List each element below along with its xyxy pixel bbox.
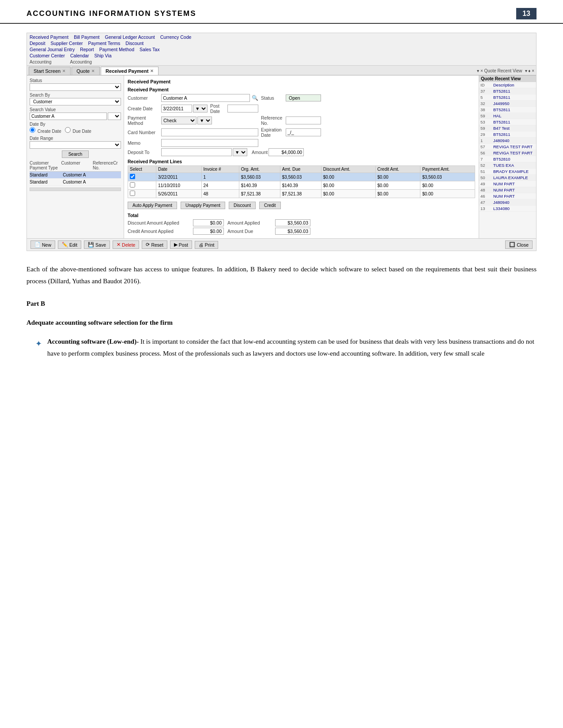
payment-method-dropdown[interactable]: ▼: [197, 116, 212, 124]
tab-start-screen[interactable]: Start Screen ✕: [29, 67, 71, 75]
menu-payment-terms[interactable]: Payment Terms: [88, 40, 121, 46]
tab-quote[interactable]: Quote ✕: [72, 67, 100, 75]
search-by-select[interactable]: Customer: [30, 98, 121, 105]
deposit-to-input[interactable]: [161, 148, 232, 156]
menu-deposit[interactable]: Deposit: [30, 40, 45, 46]
status-label: Status: [30, 78, 121, 83]
lines-title: Received Payment Lines: [128, 159, 475, 164]
due-date-option[interactable]: Due Date: [65, 127, 91, 134]
reset-button[interactable]: ⟳ Reset: [142, 240, 167, 249]
recent-item-57[interactable]: 57 REVIGA TEST PART: [479, 144, 536, 150]
row1-checkbox[interactable]: [130, 174, 135, 179]
menu-payment-method[interactable]: Payment Method: [99, 46, 134, 53]
recent-item-32[interactable]: 32 J449950: [479, 101, 536, 107]
recent-item-1[interactable]: 1 J480940: [479, 138, 536, 144]
recent-item-59-hal[interactable]: 59 HAL: [479, 113, 536, 119]
save-button[interactable]: 💾 Save: [84, 240, 110, 249]
post-date-input[interactable]: [227, 105, 258, 113]
payment-method-label: Payment Method: [128, 115, 159, 126]
recent-item-59-b47[interactable]: 59 B47 Test: [479, 125, 536, 131]
tab-bar: Start Screen ✕ Quote ✕ Received Payment …: [27, 66, 536, 75]
tab-close-received[interactable]: ✕: [150, 69, 154, 73]
recent-item-47[interactable]: 47 J480940: [479, 199, 536, 206]
create-date-option[interactable]: Create Date: [30, 127, 61, 134]
menu-gl-account[interactable]: General Ledger Account: [105, 34, 155, 40]
create-date-select[interactable]: ▼: [193, 105, 208, 113]
edit-button[interactable]: ✏️ Edit: [58, 240, 81, 249]
row3-payment: $0.00: [420, 190, 475, 198]
row2-checkbox[interactable]: [130, 182, 135, 188]
auto-apply-button[interactable]: Auto Apply Payment: [128, 202, 177, 209]
menu-currency-code[interactable]: Currency Code: [160, 34, 192, 40]
discount-applied-value: $0.00: [193, 219, 224, 226]
reference-input[interactable]: [286, 116, 321, 124]
tab-bar-right: ▾ × Quote Recent View ▾ ♦ ×: [477, 68, 534, 73]
recent-item-7[interactable]: 7 BT52810: [479, 156, 536, 162]
create-date-input[interactable]: [161, 105, 192, 113]
search-button[interactable]: Search: [62, 150, 89, 158]
recent-item-29[interactable]: 29 BT52811: [479, 131, 536, 138]
recent-item-5[interactable]: 5 BT52811: [479, 94, 536, 101]
print-button[interactable]: 🖨 Print: [195, 241, 219, 249]
tab-close-quote[interactable]: ✕: [91, 69, 95, 73]
menu-report[interactable]: Report: [80, 46, 94, 53]
recent-item-38[interactable]: 38 BT52811: [479, 107, 536, 113]
search-icon[interactable]: 🔍: [252, 95, 258, 101]
amount-due-value: $3,560.03: [275, 228, 310, 235]
payment-method-select[interactable]: Check: [161, 116, 196, 124]
menu-customer-center[interactable]: Customer Center: [30, 53, 65, 59]
memo-label: Memo: [128, 140, 159, 146]
customer-input[interactable]: [161, 94, 250, 102]
card-number-input[interactable]: [161, 128, 258, 136]
discount-button[interactable]: Discount: [229, 202, 256, 209]
horizontal-scrollbar[interactable]: [30, 188, 121, 191]
menu-general-journal[interactable]: General Journal Entry: [30, 46, 75, 53]
recent-item-48[interactable]: 48 NUM PART: [479, 187, 536, 193]
row2-amt-due: $140.39: [280, 181, 321, 190]
recent-item-50[interactable]: 50 LAURA EXAMPLE: [479, 175, 536, 181]
date-by-label: Date By: [30, 122, 121, 127]
body-text: Each of the above-mentioned software has…: [26, 263, 537, 360]
menu-ship-via[interactable]: Ship Via: [94, 53, 112, 59]
memo-input[interactable]: [161, 139, 258, 147]
tab-received-payment[interactable]: Received Payment ✕: [101, 67, 159, 75]
new-button[interactable]: 📄 New: [30, 240, 55, 249]
row3-checkbox[interactable]: [130, 191, 135, 196]
result-row-1[interactable]: Standard Customer A: [30, 172, 121, 179]
credit-button[interactable]: Credit: [259, 202, 281, 209]
menu-bill-payment[interactable]: Bill Payment: [74, 34, 99, 40]
recent-item-53[interactable]: 53 BT52811: [479, 119, 536, 125]
post-button[interactable]: ▶ Post: [170, 240, 192, 249]
menu-discount[interactable]: Discount: [125, 40, 144, 46]
paragraph-1: Each of the above-mentioned software has…: [26, 263, 537, 287]
recent-item-37[interactable]: 37 BT52811: [479, 88, 536, 94]
status-select[interactable]: [30, 83, 121, 91]
recent-item-13[interactable]: 13 L334080: [479, 206, 536, 212]
amount-input[interactable]: [268, 148, 304, 156]
close-button[interactable]: 🔲 Close: [505, 240, 533, 249]
menu-sales-tax[interactable]: Sales Tax: [140, 46, 159, 53]
tab-close-start[interactable]: ✕: [62, 69, 66, 73]
menu-supplier-center[interactable]: Supplier Center: [51, 40, 83, 46]
menu-calendar[interactable]: Calendar: [70, 53, 89, 59]
recent-item-52[interactable]: 52 TUES EXA: [479, 162, 536, 169]
amount-applied-value: $3,560.03: [275, 219, 310, 226]
menu-received-payment[interactable]: Received Payment: [30, 34, 68, 40]
delete-button[interactable]: ✕ Delete: [113, 240, 139, 249]
date-by-field: Date By Create Date Due Date: [30, 122, 121, 134]
recent-item-51[interactable]: 51 BRADY EXAMPLE: [479, 169, 536, 175]
menu-group1-label: Accounting: [30, 60, 51, 64]
search-value-dropdown[interactable]: [108, 113, 121, 120]
date-range-select[interactable]: [30, 141, 121, 149]
deposit-to-select[interactable]: ▼: [233, 148, 247, 156]
recent-item-56[interactable]: 56 REVIGA TEST PART: [479, 150, 536, 156]
expiration-input[interactable]: [286, 128, 321, 136]
reset-icon: ⟳: [146, 242, 150, 248]
unapply-button[interactable]: Unapply Payment: [181, 202, 225, 209]
action-buttons: Auto Apply Payment Unapply Payment Disco…: [128, 202, 475, 209]
recent-item-49[interactable]: 49 NUM PART: [479, 181, 536, 187]
search-value-input[interactable]: [30, 113, 107, 120]
result-row-2[interactable]: Standard Customer A: [30, 179, 121, 186]
screen-body: Status Search By Customer Search Value: [27, 75, 536, 238]
recent-item-46[interactable]: 46 NUM PART: [479, 193, 536, 199]
